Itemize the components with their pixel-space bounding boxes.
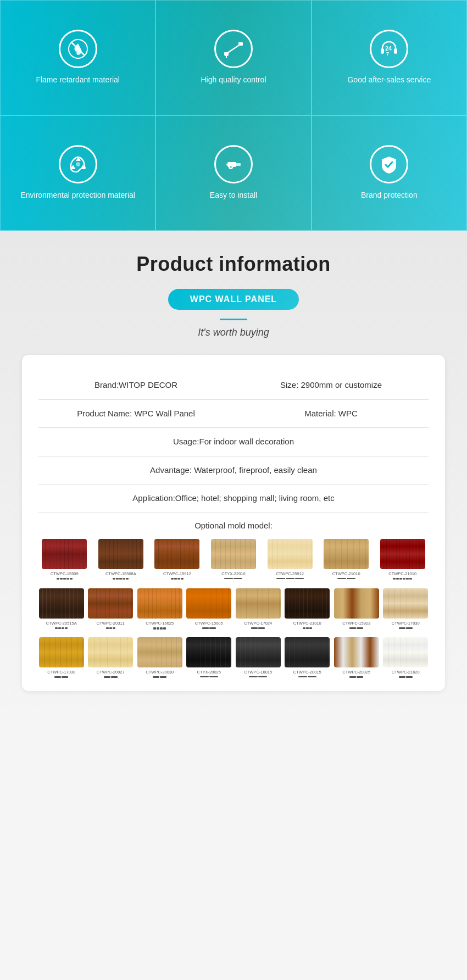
product-thumb: [88, 637, 133, 667]
product-code: CTWPC-15509: [51, 571, 79, 576]
product-thumb: [154, 539, 199, 569]
product-thumb: [39, 588, 84, 619]
product-thumb: [186, 637, 231, 667]
product-thumb: [186, 588, 231, 619]
brand-col: Brand:WITOP DECOR: [38, 379, 234, 392]
product-item: CTWPC-21010: [320, 539, 373, 580]
product-code: CTWPC-20325: [342, 670, 370, 675]
product-item: CTWPC-15005: [186, 588, 232, 630]
feature-environmental: Environmental protection material: [0, 115, 155, 231]
product-item: CTWPC-21010: [285, 588, 331, 630]
product-item: CTWPC-15508A: [95, 539, 147, 580]
product-item: CTWPC-25912: [264, 539, 316, 580]
product-item: CTWPC-21010: [376, 539, 429, 580]
product-thumb: [137, 588, 182, 619]
product-code: CTWPC-20311: [97, 621, 125, 626]
products-row-2: CTWPC-20515A CTWPC-20311: [38, 588, 429, 630]
product-code: CTWPC-20015: [293, 670, 321, 675]
after-sales-label: Good after-sales service: [347, 75, 431, 86]
flame-retardant-label: Flame retardant material: [36, 75, 120, 86]
optional-section: Optional mold model: CTWPC-15509: [38, 513, 429, 678]
wpc-badge: WPC WALL PANEL: [168, 289, 299, 310]
product-item: CTWPC-15912: [151, 539, 203, 580]
environmental-label: Environmental protection material: [20, 190, 135, 201]
svg-point-13: [76, 162, 80, 166]
easy-install-label: Easy to install: [210, 190, 257, 201]
hero-section: Flame retardant material High quality co…: [0, 0, 467, 231]
product-code: CTWPC-15912: [163, 571, 191, 576]
recycle-icon: [59, 145, 97, 183]
product-item: CTYX-20025: [186, 637, 232, 678]
spec-row-usage: Usage:For indoor wall decoration: [38, 428, 429, 456]
product-item: CTWPC-20515A: [38, 588, 85, 630]
advantage-col: Advantage: Waterproof, fireproof, easily…: [38, 464, 429, 477]
product-item: CTWPC-20325: [333, 637, 380, 678]
product-thumb: [236, 588, 281, 619]
spec-row-brand: Brand:WITOP DECOR Size: 2900mm or custom…: [38, 371, 429, 400]
product-code: CTWPC-15923: [342, 621, 370, 626]
product-thumb: [334, 588, 379, 619]
product-code: CTWPC-25912: [276, 571, 304, 576]
product-item: CTWPC-17030: [383, 588, 429, 630]
product-code: CTWPC-21010: [388, 571, 416, 576]
feature-high-quality: High quality control: [155, 0, 311, 115]
material-col: Material: WPC: [234, 408, 429, 420]
product-code: CTWPC-16015: [244, 670, 272, 675]
product-thumb: [39, 637, 84, 667]
spec-row-name: Product Name: WPC Wall Panel Material: W…: [38, 400, 429, 428]
product-code: CTWPC-17030: [47, 670, 75, 675]
product-thumb: [268, 539, 313, 569]
product-item: CTWPC-17024: [235, 588, 281, 630]
product-item: CTWPC-20015: [285, 637, 331, 678]
product-item: CTWPC-16015: [235, 637, 281, 678]
feature-flame-retardant: Flame retardant material: [0, 0, 155, 115]
svg-rect-10: [394, 48, 397, 54]
product-item: CTWPC-17030: [38, 637, 85, 678]
product-code: CTWPC-20515A: [46, 621, 77, 626]
size-col: Size: 2900mm or customize: [234, 379, 429, 392]
product-thumb: [137, 637, 182, 667]
product-thumb: [383, 588, 428, 619]
product-code: CTWPC-21010: [293, 621, 321, 626]
products-row-1: CTWPC-15509 CTWPC-1550: [38, 539, 429, 580]
product-item: CTWPC-20311: [88, 588, 134, 630]
optional-label: Optional mold model:: [38, 521, 429, 530]
product-info-section: Product information WPC WALL PANEL It's …: [0, 231, 467, 719]
product-name-col: Product Name: WPC Wall Panel: [38, 408, 234, 420]
section-title: Product information: [11, 253, 456, 276]
product-item: CTWPC-30030: [137, 637, 183, 678]
svg-text:7: 7: [386, 51, 389, 57]
svg-rect-15: [235, 163, 241, 166]
product-code: CTWPC-17030: [392, 621, 420, 626]
product-thumb: [88, 588, 133, 619]
product-code: CTWPC-21620: [392, 670, 420, 675]
product-thumb: [211, 539, 256, 569]
feature-easy-install: Easy to install: [155, 115, 311, 231]
product-thumb: [285, 637, 330, 667]
spec-row-application: Application:Office; hotel; shopping mall…: [38, 485, 429, 513]
product-code: CTWPC-16625: [146, 621, 174, 626]
product-thumb: [383, 637, 428, 667]
product-code: CTWPC-15508A: [105, 571, 136, 576]
product-item: CTWPC-20027: [88, 637, 134, 678]
spec-row-advantage: Advantage: Waterproof, fireproof, easily…: [38, 456, 429, 485]
headset-icon: 24 7: [370, 30, 408, 68]
divider-line: [220, 319, 247, 320]
product-thumb: [98, 539, 143, 569]
product-code: CTWPC-17024: [244, 621, 272, 626]
product-item: CTWPC-15923: [333, 588, 380, 630]
product-code: CTWPC-20027: [97, 670, 125, 675]
subtitle: It's worth buying: [11, 327, 456, 338]
product-item: CTWPC-15509: [38, 539, 91, 580]
product-thumb: [236, 637, 281, 667]
product-code: CTYX-22010: [221, 571, 245, 576]
product-code: CTWPC-15005: [195, 621, 223, 626]
product-item: CTWPC-16625: [137, 588, 183, 630]
features-grid: Flame retardant material High quality co…: [0, 0, 467, 231]
product-thumb: [285, 588, 330, 619]
product-thumb: [42, 539, 87, 569]
feature-brand-protection: Brand protection: [312, 115, 467, 231]
application-col: Application:Office; hotel; shopping mall…: [38, 492, 429, 505]
feature-after-sales: 24 7 Good after-sales service: [312, 0, 467, 115]
svg-rect-3: [224, 52, 229, 55]
